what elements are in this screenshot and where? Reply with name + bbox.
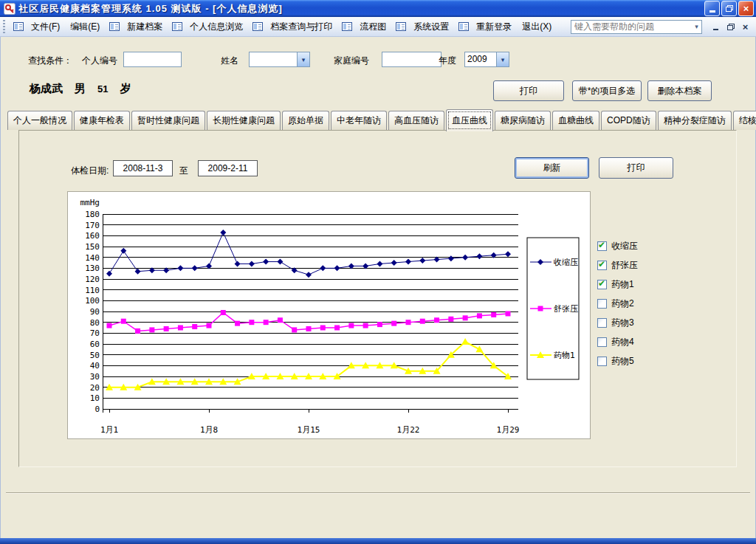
svg-text:1月22: 1月22 [397,425,420,435]
filter-label: 药物3 [611,317,634,329]
window-controls: × [704,1,754,16]
menu-exit[interactable]: 退出(X) [517,18,557,35]
window-title: 社区居民健康档案管理系统 1.05 测试版 - [个人信息浏览] [18,2,283,16]
help-search-input[interactable] [571,21,692,32]
tab-temporary-problems[interactable]: 暂时性健康问题 [131,111,205,130]
personal-id-input[interactable] [123,52,182,67]
svg-text:50: 50 [90,351,100,360]
svg-text:1月1: 1月1 [100,425,118,435]
svg-text:100: 100 [85,296,100,306]
menu-new-record[interactable]: 新建档案 [122,18,168,35]
svg-text:10: 10 [90,393,100,403]
check-icon: ✔ [598,259,605,269]
family-id-input[interactable] [382,52,441,67]
form-icon [342,22,352,31]
svg-text:130: 130 [85,264,100,273]
series-systolic [106,230,511,278]
personal-id-label: 个人编号 [82,55,117,67]
menu-query-print[interactable]: 档案查询与打印 [265,18,337,35]
filter-drug2[interactable]: ✔ 药物2 [597,294,634,313]
form-icon [13,22,24,31]
name-select[interactable]: ▾ [249,52,310,67]
delete-record-button[interactable]: 删除本档案 [647,80,712,101]
menu-edit[interactable]: 编辑(E) [65,18,105,35]
refresh-button[interactable]: 刷新 [515,157,589,179]
checkbox-icon[interactable]: ✔ [597,337,607,347]
mdi-close-button[interactable]: × [739,21,752,32]
mdi-restore-button[interactable] [724,21,737,32]
bp-chart-panel: 0102030405060708090100110120130140150160… [67,191,591,439]
minimize-icon [709,10,715,13]
series-drug1 [106,338,512,390]
checkbox-icon[interactable]: ✔ [597,241,607,251]
svg-text:70: 70 [90,328,100,338]
mdi-minimize-button[interactable] [709,21,722,32]
tab-tb-followup[interactable]: 结核病随访 [733,111,756,130]
name-select-value [250,52,297,66]
year-select-value: 2009 [465,52,496,66]
year-select[interactable]: 2009 ▾ [464,52,509,67]
help-search-box[interactable]: ▾ [571,20,702,34]
family-id-label: 家庭编号 [334,55,369,67]
menu-relogin[interactable]: 重新登录 [471,18,517,35]
chevron-down-icon[interactable]: ▾ [692,23,701,30]
checkbox-icon[interactable]: ✔ [597,357,607,366]
date-to-input[interactable] [198,160,258,176]
checkbox-icon[interactable]: ✔ [597,280,607,289]
menu-flowchart[interactable]: 流程图 [354,18,391,35]
filter-drug4[interactable]: ✔ 药物4 [597,332,634,351]
menu-personal-info[interactable]: 个人信息浏览 [185,18,248,35]
tab-annual-exam[interactable]: 健康年检表 [74,111,130,130]
date-to-label: 至 [179,165,188,177]
filter-drug1[interactable]: ✔ 药物1 [597,275,634,294]
bp-chart: 0102030405060708090100110120130140150160… [68,192,590,438]
tab-hypertension-followup[interactable]: 高血压随访 [388,111,444,130]
tab-schizophrenia-followup[interactable]: 精神分裂症随访 [658,111,732,130]
svg-text:20: 20 [90,383,100,393]
filter-label: 舒张压 [611,259,638,272]
patient-summary: 杨成武 男 51 岁 [30,82,131,96]
tab-longterm-problems[interactable]: 长期性健康问题 [207,111,281,130]
tab-elderly-followup[interactable]: 中老年随访 [331,111,387,130]
close-button[interactable]: × [738,1,754,16]
patient-age: 51 [97,83,108,94]
year-label: 年度 [439,55,456,67]
checkbox-icon[interactable]: ✔ [597,318,607,328]
tab-diabetes-followup[interactable]: 糖尿病随访 [495,111,551,130]
checkbox-icon[interactable]: ✔ [597,299,607,309]
chevron-down-icon[interactable]: ▾ [496,52,509,66]
tab-glucose-curve[interactable]: 血糖曲线 [552,111,599,130]
menu-bar: 文件(F) 编辑(E) 新建档案 个人信息浏览 档案查询与打印 流程图 系统设置… [0,17,756,37]
tab-bp-curve[interactable]: 血压曲线 [446,109,493,131]
filter-systolic[interactable]: ✔ 收缩压 [597,236,638,255]
checkbox-icon[interactable]: ✔ [597,261,607,270]
svg-text:舒张压: 舒张压 [554,304,578,314]
tab-copd-followup[interactable]: COPD随访 [601,111,656,130]
svg-text:30: 30 [90,372,100,382]
filter-diastolic[interactable]: ✔ 舒张压 [597,255,638,275]
toolbar-grip[interactable] [3,20,5,33]
filter-drug3[interactable]: ✔ 药物3 [597,313,634,332]
grid-and-axes: 0102030405060708090100110120130140150160… [80,198,520,435]
tab-original-documents[interactable]: 原始单据 [282,111,329,130]
restore-icon [727,24,735,30]
filter-drug5[interactable]: ✔ 药物5 [597,351,634,371]
menu-system-settings[interactable]: 系统设置 [408,18,454,35]
print-chart-button[interactable]: 打印 [599,157,673,179]
chevron-down-icon[interactable]: ▾ [297,52,309,66]
multi-select-button[interactable]: 带*的项目多选 [572,80,642,101]
minimize-button[interactable] [704,1,720,16]
restore-button[interactable] [721,1,737,16]
svg-text:40: 40 [90,361,100,371]
svg-text:160: 160 [85,231,100,241]
svg-text:mmHg: mmHg [80,198,100,207]
svg-text:0: 0 [94,404,100,414]
filter-label: 药物4 [611,336,634,348]
app-icon [4,3,16,15]
tab-personal-general[interactable]: 个人一般情况 [7,111,72,130]
print-button[interactable]: 打印 [493,80,564,101]
menu-file[interactable]: 文件(F) [26,18,65,35]
window-bottom-border [0,538,756,544]
restore-icon [726,5,733,12]
date-from-input[interactable] [113,160,173,176]
